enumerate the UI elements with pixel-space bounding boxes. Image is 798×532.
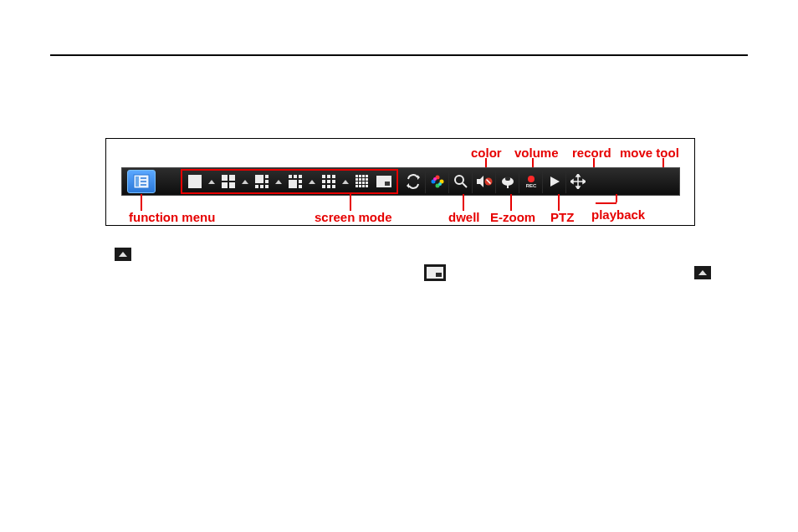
volume-icon	[476, 174, 493, 189]
svg-rect-44	[359, 185, 361, 187]
svg-rect-20	[299, 180, 302, 183]
svg-rect-1	[136, 176, 139, 187]
zoom-icon	[453, 174, 468, 189]
ptz-button[interactable]	[495, 170, 519, 193]
svg-point-56	[438, 182, 442, 186]
screen-mode-pip[interactable]	[373, 171, 395, 192]
svg-rect-62	[505, 176, 510, 181]
svg-marker-70	[576, 187, 580, 189]
label-screen-mode: screen mode	[315, 210, 392, 224]
svg-rect-40	[359, 182, 361, 184]
svg-rect-26	[327, 180, 330, 183]
svg-rect-13	[255, 185, 258, 188]
svg-rect-27	[332, 180, 335, 183]
svg-rect-74	[436, 273, 442, 277]
screen-mode-4[interactable]	[217, 171, 239, 192]
svg-point-55	[433, 177, 437, 181]
color-icon	[430, 174, 445, 189]
six-view-icon	[255, 175, 269, 188]
label-function-menu: function menu	[129, 210, 215, 224]
arrow-up-icon-left	[115, 248, 131, 261]
svg-text:REC: REC	[525, 183, 536, 188]
svg-rect-29	[327, 185, 330, 188]
toolbar: REC	[121, 167, 680, 196]
svg-rect-11	[265, 175, 269, 178]
move-tool-button[interactable]	[565, 170, 589, 193]
ezoom-button[interactable]	[448, 170, 472, 193]
right-tools: REC	[402, 170, 589, 193]
svg-rect-48	[385, 182, 390, 186]
svg-marker-66	[550, 176, 560, 187]
svg-rect-16	[289, 175, 292, 178]
function-menu-button[interactable]	[127, 170, 156, 193]
svg-rect-17	[294, 175, 297, 178]
svg-rect-34	[366, 175, 368, 177]
svg-rect-46	[366, 185, 368, 187]
svg-rect-33	[362, 175, 365, 177]
label-volume: volume	[514, 146, 559, 160]
eight-view-icon	[289, 175, 302, 188]
volume-button[interactable]	[472, 170, 495, 193]
screen-mode-8-more[interactable]	[306, 171, 318, 192]
svg-rect-19	[289, 180, 297, 188]
svg-rect-31	[356, 175, 358, 177]
label-ptz: PTZ	[550, 210, 574, 224]
svg-rect-32	[359, 175, 361, 177]
horizontal-rule	[50, 54, 748, 56]
svg-rect-25	[322, 180, 325, 183]
svg-rect-15	[265, 185, 269, 188]
sixteen-view-icon	[356, 175, 369, 188]
svg-rect-8	[222, 182, 228, 188]
svg-rect-28	[322, 185, 325, 188]
svg-marker-59	[477, 176, 483, 187]
svg-rect-23	[327, 175, 330, 178]
screen-mode-8[interactable]	[284, 171, 306, 192]
dwell-button[interactable]	[402, 170, 425, 193]
svg-rect-35	[356, 178, 358, 181]
label-playback: playback	[591, 207, 645, 222]
svg-rect-10	[255, 175, 263, 183]
pip-icon-standalone	[424, 264, 446, 281]
svg-point-57	[455, 176, 463, 184]
screen-mode-6-more[interactable]	[273, 171, 284, 192]
svg-marker-71	[570, 180, 573, 183]
svg-rect-45	[362, 185, 365, 187]
screen-mode-16[interactable]	[351, 171, 373, 192]
color-button[interactable]	[425, 170, 448, 193]
svg-rect-14	[260, 185, 263, 188]
svg-rect-38	[366, 178, 368, 181]
label-dwell: dwell	[448, 210, 480, 224]
screen-mode-1[interactable]	[184, 171, 206, 192]
svg-rect-37	[362, 178, 365, 181]
ptz-icon	[500, 174, 515, 189]
playback-button[interactable]	[542, 170, 565, 193]
svg-rect-30	[332, 185, 335, 188]
svg-rect-9	[229, 182, 235, 188]
record-button[interactable]: REC	[519, 170, 542, 193]
screen-mode-4-more[interactable]	[239, 171, 251, 192]
single-view-icon	[188, 175, 202, 188]
play-icon	[548, 175, 561, 188]
svg-marker-50	[407, 183, 409, 188]
svg-rect-24	[332, 175, 335, 178]
diagram-frame: color volume record move tool	[105, 138, 695, 226]
svg-rect-12	[265, 180, 269, 183]
svg-rect-6	[222, 175, 228, 181]
screen-mode-1-more[interactable]	[206, 171, 217, 192]
svg-rect-7	[229, 175, 235, 181]
svg-rect-5	[188, 175, 202, 188]
svg-marker-72	[583, 180, 586, 183]
svg-rect-36	[359, 178, 361, 181]
screen-mode-6[interactable]	[251, 171, 273, 192]
arrow-up-icon-right	[694, 266, 711, 279]
svg-marker-49	[417, 175, 420, 180]
move-tool-icon	[570, 174, 586, 189]
svg-rect-22	[322, 175, 325, 178]
screen-mode-group	[181, 169, 398, 194]
svg-rect-43	[356, 185, 358, 187]
screen-mode-9[interactable]	[318, 171, 340, 192]
pip-icon	[376, 176, 391, 187]
screen-mode-9-more[interactable]	[340, 171, 351, 192]
function-menu-icon	[133, 174, 150, 189]
nine-view-icon	[322, 175, 335, 188]
